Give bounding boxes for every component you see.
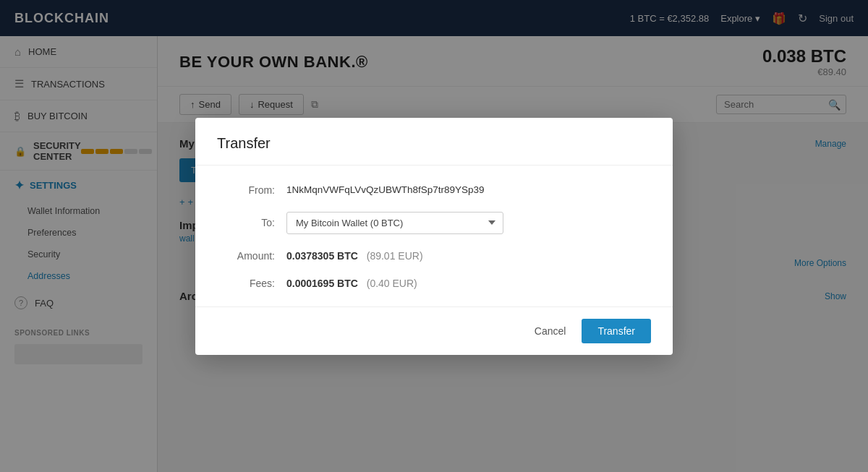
amount-btc: 0.0378305 BTC: [286, 250, 358, 262]
modal-body: From: 1NkMqnVWFqLVvQzUBWTh8fSp7tr89YSp39…: [195, 166, 673, 307]
modal-header: Transfer: [195, 118, 673, 166]
to-wallet-select[interactable]: My Bitcoin Wallet (0 BTC): [286, 212, 503, 234]
modal-title: Transfer: [217, 135, 651, 152]
transfer-modal: Transfer From: 1NkMqnVWFqLVvQzUBWTh8fSp7…: [195, 118, 673, 355]
amount-eur: (89.01 EUR): [367, 250, 423, 262]
modal-to-row: To: My Bitcoin Wallet (0 BTC): [217, 212, 651, 234]
cancel-button[interactable]: Cancel: [527, 320, 574, 342]
amount-value: 0.0378305 BTC (89.01 EUR): [286, 250, 423, 262]
modal-from-row: From: 1NkMqnVWFqLVvQzUBWTh8fSp7tr89YSp39: [217, 184, 651, 196]
fees-btc: 0.0001695 BTC: [286, 278, 358, 289]
from-label: From:: [217, 184, 275, 196]
fees-label: Fees:: [217, 278, 275, 289]
fees-value: 0.0001695 BTC (0.40 EUR): [286, 278, 417, 289]
modal-amount-row: Amount: 0.0378305 BTC (89.01 EUR): [217, 250, 651, 262]
modal-overlay[interactable]: Transfer From: 1NkMqnVWFqLVvQzUBWTh8fSp7…: [0, 0, 868, 472]
transfer-button[interactable]: Transfer: [582, 319, 651, 343]
from-address: 1NkMqnVWFqLVvQzUBWTh8fSp7tr89YSp39: [286, 184, 485, 195]
modal-fees-row: Fees: 0.0001695 BTC (0.40 EUR): [217, 278, 651, 289]
fees-eur: (0.40 EUR): [367, 278, 417, 289]
to-label: To:: [217, 217, 275, 228]
amount-label: Amount:: [217, 250, 275, 262]
modal-footer: Cancel Transfer: [195, 307, 673, 355]
